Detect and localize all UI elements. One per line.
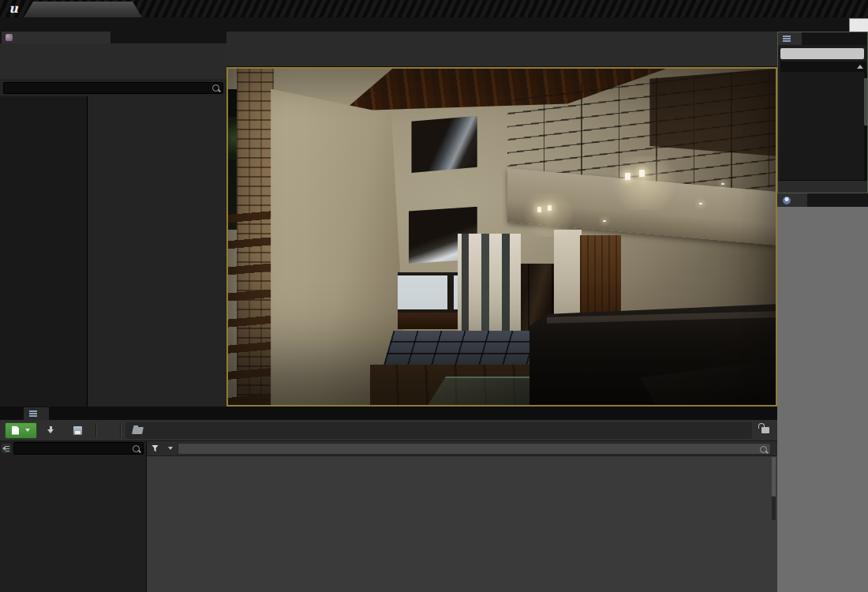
upper-window	[411, 116, 477, 173]
lock-icon[interactable]	[761, 427, 769, 433]
modes-tabbar	[0, 32, 226, 43]
details-icon	[783, 197, 791, 204]
wood-door-panel	[580, 235, 621, 320]
asset-pane	[147, 441, 777, 592]
asset-search-input[interactable]	[182, 444, 718, 454]
outliner-rows	[780, 72, 866, 180]
content-browser-panel	[0, 407, 777, 592]
import-button[interactable]	[42, 426, 64, 435]
world-outliner-panel	[777, 32, 868, 193]
wall-sconce	[625, 173, 630, 180]
ceiling-light	[603, 220, 606, 222]
actor-count	[778, 180, 867, 193]
outliner-tabbar	[778, 32, 867, 45]
folder-tree	[0, 456, 146, 592]
side-wall	[554, 230, 582, 324]
details-tabbar	[777, 193, 868, 207]
mode-toolbar	[0, 43, 226, 79]
new-asset-icon	[12, 426, 19, 435]
panel-wall	[458, 234, 521, 338]
save-all-button[interactable]	[69, 426, 91, 435]
search-icon	[133, 445, 140, 452]
filter-bar	[147, 441, 777, 456]
classes-body	[0, 96, 226, 407]
tab-content-browser[interactable]	[24, 407, 49, 420]
breadcrumb	[125, 422, 752, 439]
outliner-scrollbar[interactable]	[864, 72, 867, 180]
add-new-button[interactable]	[5, 422, 37, 439]
window-titlebar[interactable]: u	[0, 0, 868, 17]
content-browser-tabbar	[0, 407, 777, 420]
go-button[interactable]	[849, 18, 868, 32]
folder-search-row	[2, 443, 144, 454]
light-glow	[606, 156, 683, 210]
unreal-editor-window: u	[0, 0, 868, 592]
filter-funnel-icon	[152, 445, 159, 452]
folder-search-box[interactable]	[13, 442, 144, 455]
viewport-3d-scene[interactable]	[226, 67, 777, 407]
separator	[120, 423, 121, 437]
collapse-sources-icon[interactable]	[2, 444, 11, 453]
outliner-icon	[783, 36, 791, 42]
outliner-search-input[interactable]	[784, 49, 854, 60]
asset-grid	[149, 457, 769, 520]
content-browser-actionbar	[0, 420, 777, 441]
separator	[95, 423, 96, 437]
search-icon	[212, 84, 219, 92]
menu-bar	[0, 17, 868, 32]
folder-tree-pane	[0, 441, 147, 592]
chevron-down-icon[interactable]	[168, 447, 173, 450]
wall-sconce	[537, 207, 541, 212]
modes-panel	[0, 32, 228, 407]
class-search-input[interactable]	[7, 83, 196, 95]
content-browser-icon	[29, 410, 37, 417]
save-all-icon	[73, 426, 82, 435]
ceiling-light	[721, 183, 724, 185]
wall-sconce	[548, 205, 552, 211]
class-items	[88, 96, 226, 407]
folder-search-input[interactable]	[17, 443, 121, 454]
level-tab[interactable]	[24, 2, 142, 17]
class-categories	[0, 96, 88, 407]
black-sofa	[529, 304, 776, 405]
tab-details[interactable]	[777, 193, 807, 207]
outliner-column-header[interactable]	[780, 62, 866, 72]
class-search-box[interactable]	[3, 82, 223, 94]
import-icon	[47, 426, 55, 435]
modes-icon	[6, 34, 13, 41]
wall-sconce	[639, 170, 645, 177]
tab-outliner[interactable]	[778, 32, 802, 45]
tab-modes[interactable]	[2, 32, 110, 43]
outliner-search-box[interactable]	[780, 48, 864, 59]
asset-search-box[interactable]	[178, 443, 771, 455]
asset-scrollbar[interactable]	[772, 457, 776, 520]
sort-ascending-icon[interactable]	[857, 65, 863, 69]
details-panel	[777, 193, 868, 592]
main-toolbar	[226, 32, 777, 67]
chevron-down-icon	[25, 429, 30, 432]
folder-open-icon	[132, 427, 144, 434]
search-icon	[760, 446, 767, 453]
light-glow	[518, 193, 578, 237]
unreal-logo-icon: u	[5, 1, 22, 17]
